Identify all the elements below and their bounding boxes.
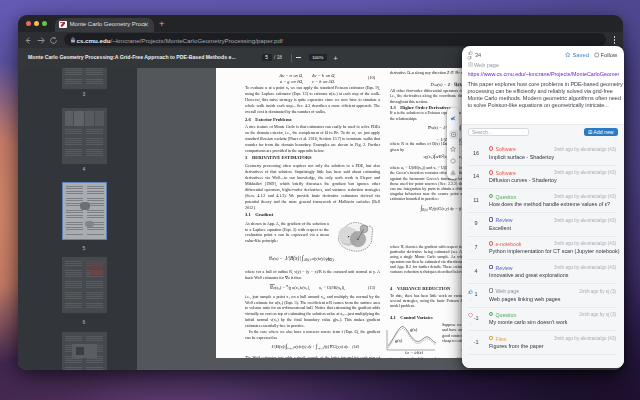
svg-text:(g − ġ)(x): (g − ġ)(x) bbox=[405, 349, 424, 354]
svg-text:ġ(x): ġ(x) bbox=[410, 327, 418, 332]
svg-text:g(x): g(x) bbox=[395, 338, 403, 343]
